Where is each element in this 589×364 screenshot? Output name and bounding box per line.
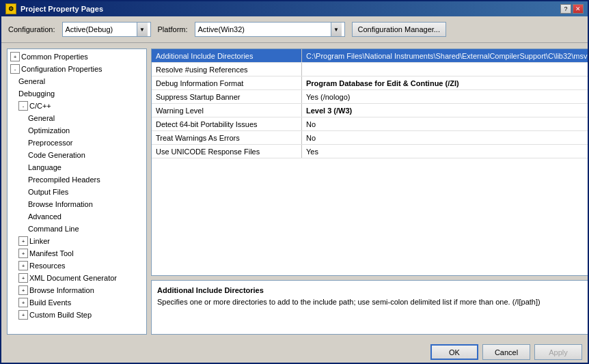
prop-value-cell: Program Database for Edit & Continue (/Z… [302,76,588,89]
table-row[interactable]: Suppress Startup Banner Yes (/nologo) [152,90,588,104]
prop-value-cell: Yes [302,145,588,158]
prop-name-cell: Treat Warnings As Errors [152,131,302,144]
table-row[interactable]: Additional Include Directories C:\Progra… [152,49,588,63]
tree-item-label: Browse Information [28,200,93,208]
table-row[interactable]: Resolve #using References [152,63,588,76]
tree-item-cpp[interactable]: - C/C++ [9,100,145,112]
tree-item-label: Debugging [18,89,55,98]
tree-panel: + Common Properties - Configuration Prop… [7,48,147,335]
platform-label: Platform: [158,25,188,33]
prop-value-cell: No [302,117,588,130]
project-property-pages-dialog: ⚙ Project Property Pages ? ✕ Configurati… [0,0,589,364]
tree-item-xml-document-generator[interactable]: + XML Document Generator [9,272,145,284]
title-bar-left: ⚙ Project Property Pages [5,3,103,14]
table-row[interactable]: Use UNICODE Response Files Yes [152,145,588,158]
expand-icon: + [18,261,28,270]
prop-name-cell: Detect 64-bit Portability Issues [152,117,302,130]
config-dropdown-arrow: ▼ [137,23,148,36]
prop-value-cell [302,63,588,76]
tree-item-linker[interactable]: + Linker [9,235,145,247]
title-bar: ⚙ Project Property Pages ? ✕ [1,1,588,16]
help-button[interactable]: ? [560,4,571,14]
tree-item-cpp-general[interactable]: General [9,112,145,124]
tree-item-label: Common Properties [21,53,88,61]
table-row[interactable]: Detect 64-bit Portability Issues No [152,117,588,131]
tree-item-manifest-tool[interactable]: + Manifest Tool [9,247,145,260]
tree-item-label: Preprocessor [28,139,72,147]
tree-item-label: Manifest Tool [29,249,74,257]
expand-icon: + [18,273,28,283]
tree-item-language[interactable]: Language [9,161,145,173]
prop-value-cell: C:\Program Files\National Instruments\Sh… [302,49,588,62]
tree-item-label: Optimization [28,126,70,135]
tree-item-common-properties[interactable]: + Common Properties [9,51,145,63]
title-bar-buttons: ? ✕ [560,4,584,14]
tree-item-build-events[interactable]: + Build Events [9,296,145,309]
expand-icon: + [18,285,28,295]
tree-item-custom-build-step[interactable]: + Custom Build Step [9,309,145,321]
expand-icon: - [10,64,20,74]
tree-item-precompiled-headers[interactable]: Precompiled Headers [9,173,145,186]
table-row[interactable]: Warning Level Level 3 (/W3) [152,104,588,117]
tree-item-browse-information[interactable]: + Browse Information [9,284,145,296]
content-area: + Common Properties - Configuration Prop… [1,43,588,340]
tree-item-label: Precompiled Headers [28,176,100,184]
expand-icon: + [10,52,20,61]
description-text: Specifies one or more directories to add… [157,297,588,307]
tree-item-label: Custom Build Step [29,311,92,319]
config-manager-button[interactable]: Configuration Manager... [352,22,446,37]
config-dropdown[interactable]: Active(Debug) ▼ [62,22,151,37]
tree-item-label: Configuration Properties [21,65,102,73]
table-row[interactable]: Treat Warnings As Errors No [152,131,588,145]
tree-item-optimization[interactable]: Optimization [9,124,145,137]
platform-dropdown-value: Active(Win32) [198,25,328,33]
tree-item-label: General [18,77,45,85]
tree-item-label: Output Files [28,188,68,196]
dialog-icon: ⚙ [5,3,16,14]
tree-item-code-generation[interactable]: Code Generation [9,149,145,161]
prop-name-cell: Resolve #using References [152,63,302,76]
prop-value-cell: No [302,131,588,144]
tree-item-label: C/C++ [29,102,51,110]
ok-button[interactable]: OK [430,344,478,360]
description-title: Additional Include Directories [157,286,588,294]
tree-item-configuration-properties[interactable]: - Configuration Properties [9,63,145,75]
expand-icon: - [18,101,28,111]
apply-button[interactable]: Apply [534,344,582,360]
toolbar-row: Configuration: Active(Debug) ▼ Platform:… [1,16,588,43]
expand-icon: + [18,249,28,258]
tree-item-label: Command Line [28,225,79,233]
tree-item-debugging[interactable]: Debugging [9,87,145,100]
expand-icon: + [18,298,28,307]
tree-item-general[interactable]: General [9,75,145,87]
prop-value-cell: Yes (/nologo) [302,90,588,103]
description-panel: Additional Include Directories Specifies… [151,280,588,335]
platform-dropdown-arrow: ▼ [331,23,342,36]
tree-item-label: Advanced [28,212,61,221]
dialog-title: Project Property Pages [20,5,103,13]
cancel-button[interactable]: Cancel [482,344,530,360]
config-dropdown-value: Active(Debug) [66,25,134,33]
expand-icon: + [18,236,28,246]
table-row[interactable]: Debug Information Format Program Databas… [152,76,588,90]
tree-item-output-files[interactable]: Output Files [9,186,145,198]
prop-name-cell: Debug Information Format [152,76,302,89]
tree-item-browse-information-cpp[interactable]: Browse Information [9,198,145,210]
tree-item-resources[interactable]: + Resources [9,260,145,272]
tree-item-advanced[interactable]: Advanced [9,210,145,223]
tree-item-label: Build Events [29,298,71,307]
prop-name-cell: Additional Include Directories [152,49,302,62]
right-panel: Additional Include Directories C:\Progra… [151,48,588,335]
prop-value-cell: Level 3 (/W3) [302,104,588,117]
tree-item-preprocessor[interactable]: Preprocessor [9,137,145,149]
tree-item-label: Code Generation [28,151,85,159]
tree-item-label: Language [28,163,61,171]
tree-item-label: XML Document Generator [29,274,117,282]
tree-item-label: General [28,114,55,122]
platform-dropdown[interactable]: Active(Win32) ▼ [195,22,345,37]
tree-item-command-line[interactable]: Command Line [9,223,145,235]
tree-item-label: Resources [29,262,66,270]
close-button[interactable]: ✕ [573,4,584,14]
button-row: OK Cancel Apply [1,340,588,363]
prop-name-cell: Warning Level [152,104,302,117]
